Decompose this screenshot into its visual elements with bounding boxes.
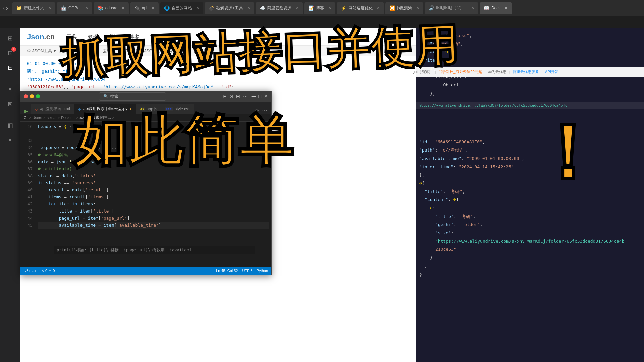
tab-close-aliyun[interactable]: ✕: [296, 6, 299, 10]
close-icon[interactable]: ✕: [264, 94, 268, 99]
json-logo[interactable]: Json.cn: [27, 33, 55, 41]
tab-qqbot[interactable]: 🤖 QQBot ✕: [57, 2, 92, 14]
minimize-icon[interactable]: ─: [252, 93, 256, 100]
tab-close-edusrc[interactable]: ✕: [121, 6, 125, 10]
tab-modified-dot: ●: [129, 107, 131, 111]
nav-review[interactable]: 测评: [106, 32, 120, 41]
settings-gear-icon[interactable]: ⚙: [255, 107, 259, 114]
aliyun-item-aliyun[interactable]: 阿里云优惠服务: [513, 69, 539, 74]
toolbar-network[interactable]: 网络工具 ▾: [168, 48, 190, 54]
split-v-icon[interactable]: ⊠: [229, 94, 233, 99]
tab-website[interactable]: 🌐 自己的网站 ✕: [160, 2, 203, 14]
rp-arr-close: ]: [419, 262, 641, 270]
line-col: Ln 45, Col 52: [216, 269, 238, 273]
bc-drive[interactable]: C:: [24, 116, 28, 120]
tab-bili[interactable]: 🔊 哔哩哔哩（'-'）... ✕: [425, 2, 478, 14]
tab-edusrc[interactable]: 📚 edusrc ✕: [94, 2, 129, 14]
bc-file[interactable]: api调用搜索-阿里...: [79, 115, 111, 120]
vscode-tab-js[interactable]: JS app.js: [136, 104, 161, 114]
errors-count[interactable]: ✕ 0 ⚠ 0: [41, 269, 55, 273]
tab-speed[interactable]: ⚡ 网站速度优化 ✕: [337, 2, 384, 14]
bc-users[interactable]: Users: [32, 116, 42, 120]
tab-close-speed[interactable]: ✕: [377, 6, 380, 10]
vscode-window-controls: [24, 94, 40, 98]
bc-desktop[interactable]: Desktop: [61, 116, 74, 120]
toolbar-json-tools[interactable]: ⚙ JSON工具 ▾: [27, 48, 56, 54]
tab-close-bili[interactable]: ✕: [471, 6, 474, 10]
tab-icon-js: JS: [140, 107, 145, 111]
bc-sikuai[interactable]: sikuai: [47, 116, 56, 120]
toolbar-escape[interactable]: 转义: [90, 48, 99, 54]
aliyun-link[interactable]: https://www.aliyundrive...VTWaYKdCj/fold…: [419, 103, 568, 108]
sidebar-icon-4[interactable]: ×: [3, 82, 17, 96]
vscode-tab-py[interactable]: ◆ api调用搜索-阿里云盘.py ●: [74, 104, 136, 114]
vscode-tab-html[interactable]: ◇ api监测界面.html: [31, 104, 74, 114]
tab-new-folder[interactable]: 📁 新建文件夹 ✕: [12, 2, 55, 14]
encoding[interactable]: UTF-8: [242, 269, 253, 273]
tab-close[interactable]: ✕: [48, 6, 51, 10]
nav-blog[interactable]: 博客: [127, 32, 141, 41]
tab-close-qqbot[interactable]: ✕: [85, 6, 88, 10]
vscode-search-box[interactable]: 🔍 搜索: [99, 92, 166, 101]
sidebar-icon-7[interactable]: ×: [3, 133, 17, 147]
tab-close-docs[interactable]: ✕: [504, 6, 508, 10]
aliyun-item-gpt[interactable]: gpt（预览）: [413, 69, 432, 74]
sidebar-icon-6[interactable]: ◧: [3, 119, 17, 132]
split-icon[interactable]: ⊟: [223, 94, 227, 99]
toolbar-text[interactable]: 文本工具 ▾: [194, 48, 215, 54]
rp-obj-open: ⊖{: [419, 179, 641, 188]
search-icon-vsc: 🔍: [103, 94, 108, 99]
tab-close-api[interactable]: ✕: [151, 6, 155, 10]
line-numbers: 16 33 34 35 36 37 38 39 40 41 42 43 44 4…: [20, 122, 35, 267]
more-dots-icon[interactable]: ⋯: [262, 107, 267, 114]
more-icon[interactable]: ⋯: [243, 94, 248, 99]
aliyun-item-tech[interactable]: 谷歌科技_海外资源20元起: [439, 69, 482, 74]
tab-label-js: app.js: [147, 107, 157, 111]
sidebar-icon-2[interactable]: ⊡!: [3, 46, 17, 60]
vscode-window-actions: ⊟ ⊠ ⊞ ⋯ ─ □ ✕: [223, 93, 268, 100]
tab-close-js[interactable]: ✕: [416, 6, 419, 10]
tab-close-blog[interactable]: ✕: [328, 6, 331, 10]
git-branch[interactable]: ⎇ main: [24, 269, 37, 273]
tab-api[interactable]: 🔌 api ✕: [130, 2, 159, 14]
grid-icon[interactable]: ⊞: [236, 94, 240, 99]
tab-close-website[interactable]: ✕: [196, 6, 199, 10]
toolbar-extract[interactable]: JSON提取: [144, 48, 165, 54]
json-line-3: "https://www.aliyundri...76604: [27, 77, 106, 82]
language[interactable]: Python: [257, 269, 268, 273]
tab-aliyun[interactable]: ☁️ 阿里云盘资源 ✕: [256, 2, 303, 14]
nav-tutorial[interactable]: 教程: [86, 32, 100, 41]
toolbar-compress[interactable]: 压缩: [77, 48, 86, 54]
sidebar-icon-5[interactable]: ⊠: [3, 97, 17, 111]
aliyun-service-bar: gpt（预览） | 谷歌科技_海外资源20元起 | 华为云优惠 | 阿里云优惠服…: [409, 67, 644, 77]
hint-text: print(f"标题: {title}\n链接: {page_url}\n有效期…: [57, 248, 192, 252]
vscode-close-btn[interactable]: [24, 94, 28, 98]
toolbar-format[interactable]: 格式化: [60, 48, 73, 54]
vscode-minimize-btn[interactable]: [30, 94, 34, 98]
maximize-icon[interactable]: □: [259, 94, 261, 99]
vscode-tab-css[interactable]: CSS style.css: [161, 104, 195, 114]
nav-back[interactable]: ‹: [3, 5, 5, 12]
nav-dict[interactable]: 字典: [148, 32, 162, 41]
toolbar-compare[interactable]: JSON对比: [120, 48, 140, 54]
aliyun-item-huawei[interactable]: 华为云优惠: [488, 69, 506, 74]
run-icon[interactable]: ▶: [24, 108, 28, 114]
rp-size-url-cont: 210ce63": [419, 245, 641, 254]
nav-ai[interactable]: AI导航: [169, 32, 187, 41]
vscode-maximize-btn[interactable]: [36, 94, 40, 98]
browser-left-sidebar: ⊞ ⊡! ⊟ × ⊠ ◧ ×: [0, 28, 20, 362]
aliyun-item-api[interactable]: API开发: [545, 69, 558, 74]
bc-symbol[interactable]: ...: [116, 116, 119, 120]
tab-close-tools[interactable]: ✕: [247, 6, 250, 10]
tab-blog[interactable]: 📝 博客 ✕: [304, 2, 335, 14]
sidebar-icon-3[interactable]: ⊟: [3, 61, 17, 74]
toolbar-unescape[interactable]: 去转义: [103, 48, 116, 54]
nav-forward[interactable]: ›: [6, 5, 8, 12]
tab-tools[interactable]: 💣 破解资源+工具 ✕: [205, 2, 254, 14]
tab-label-py: api调用搜索-阿里云盘.py: [83, 106, 127, 112]
tab-js[interactable]: 🔀 js反混淆 ✕: [385, 2, 424, 14]
sidebar-icon-1[interactable]: ⊞: [3, 32, 17, 45]
nav-tools[interactable]: 工具: [65, 32, 79, 41]
code-line-41: items = result['items']: [38, 193, 269, 200]
tab-docs[interactable]: 📖 Docs ✕: [480, 2, 512, 14]
